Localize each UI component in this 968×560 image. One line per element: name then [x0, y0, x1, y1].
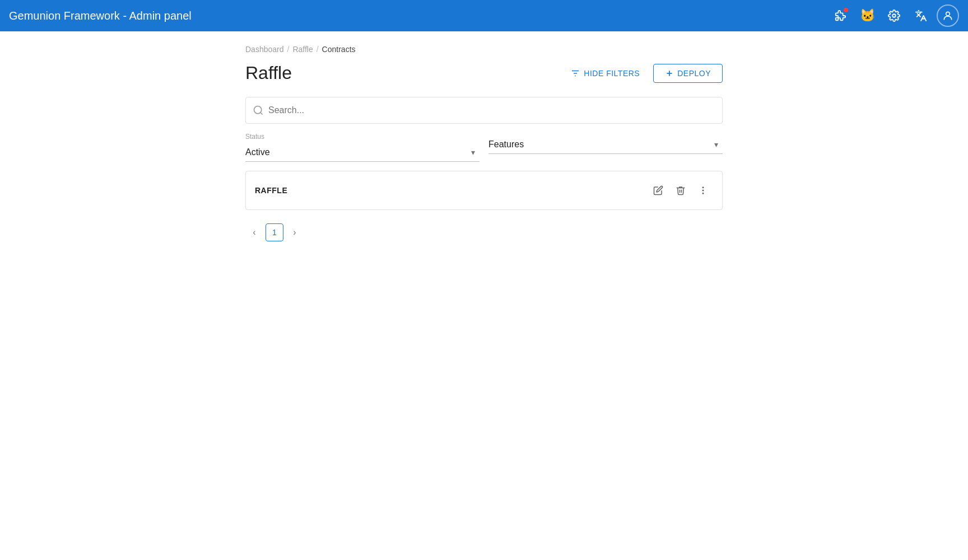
avatar-emoji: 🐱 — [860, 8, 875, 23]
status-select[interactable]: Active Inactive All — [245, 143, 480, 162]
topbar: Gemunion Framework - Admin panel 🐱 — [0, 0, 968, 31]
main-content: Dashboard / Raffle / Contracts Raffle HI… — [232, 31, 736, 250]
features-select-wrapper: Features Option 1 Option 2 — [488, 135, 723, 154]
svg-line-8 — [260, 113, 263, 115]
account-button[interactable] — [937, 4, 959, 27]
status-label: Status — [245, 133, 480, 141]
deploy-button[interactable]: DEPLOY — [653, 64, 723, 83]
hide-filters-label: HIDE FILTERS — [584, 69, 640, 78]
search-input[interactable] — [268, 105, 715, 115]
breadcrumb: Dashboard / Raffle / Contracts — [232, 45, 736, 54]
filters-area: Status Active Inactive All Features Opti… — [232, 97, 736, 162]
filter-row: Status Active Inactive All Features Opti… — [245, 133, 723, 162]
trash-icon — [676, 185, 686, 195]
gear-icon — [888, 10, 900, 22]
delete-button[interactable] — [671, 180, 691, 200]
list-item-name: RAFFLE — [255, 186, 287, 195]
hide-filters-button[interactable]: HIDE FILTERS — [564, 64, 646, 83]
more-options-button[interactable] — [693, 180, 713, 200]
svg-point-9 — [702, 187, 704, 188]
list-item: RAFFLE — [245, 171, 723, 210]
breadcrumb-contracts: Contracts — [322, 45, 356, 54]
deploy-label: DEPLOY — [677, 69, 711, 78]
page-1-button[interactable]: 1 — [266, 223, 283, 241]
svg-point-0 — [892, 14, 896, 17]
list-area: RAFFLE — [232, 171, 736, 210]
header-actions: HIDE FILTERS DEPLOY — [564, 64, 723, 83]
page-header: Raffle HIDE FILTERS DEPLOY — [232, 63, 736, 83]
features-filter-group: Features Option 1 Option 2 — [488, 133, 723, 162]
prev-page-button[interactable]: ‹ — [245, 223, 263, 241]
badge — [844, 8, 848, 12]
status-filter-group: Status Active Inactive All — [245, 133, 480, 162]
breadcrumb-sep-1: / — [287, 45, 290, 54]
breadcrumb-dashboard[interactable]: Dashboard — [245, 45, 284, 54]
account-circle-icon — [942, 10, 953, 21]
extensions-icon-button[interactable] — [829, 4, 851, 27]
page-title: Raffle — [245, 63, 292, 83]
svg-point-1 — [946, 12, 950, 16]
search-box — [245, 97, 723, 124]
pagination: ‹ 1 › — [232, 214, 736, 250]
filter-icon — [570, 68, 580, 78]
user-avatar-button[interactable]: 🐱 — [856, 4, 878, 27]
list-item-actions — [648, 180, 713, 200]
svg-point-11 — [702, 193, 704, 194]
translate-button[interactable] — [910, 4, 932, 27]
next-page-button[interactable]: › — [286, 223, 304, 241]
plus-icon — [665, 69, 674, 78]
breadcrumb-sep-2: / — [317, 45, 319, 54]
svg-point-7 — [254, 106, 262, 114]
app-title: Gemunion Framework - Admin panel — [9, 10, 192, 22]
edit-button[interactable] — [648, 180, 668, 200]
topbar-icon-group: 🐱 — [829, 4, 959, 27]
status-select-wrapper: Active Inactive All — [245, 143, 480, 162]
settings-button[interactable] — [883, 4, 905, 27]
more-vertical-icon — [698, 185, 708, 195]
features-select[interactable]: Features Option 1 Option 2 — [488, 135, 723, 154]
breadcrumb-raffle[interactable]: Raffle — [292, 45, 313, 54]
edit-icon — [653, 185, 663, 195]
translate-icon — [915, 10, 927, 22]
search-icon — [253, 105, 264, 116]
svg-point-10 — [702, 190, 704, 191]
